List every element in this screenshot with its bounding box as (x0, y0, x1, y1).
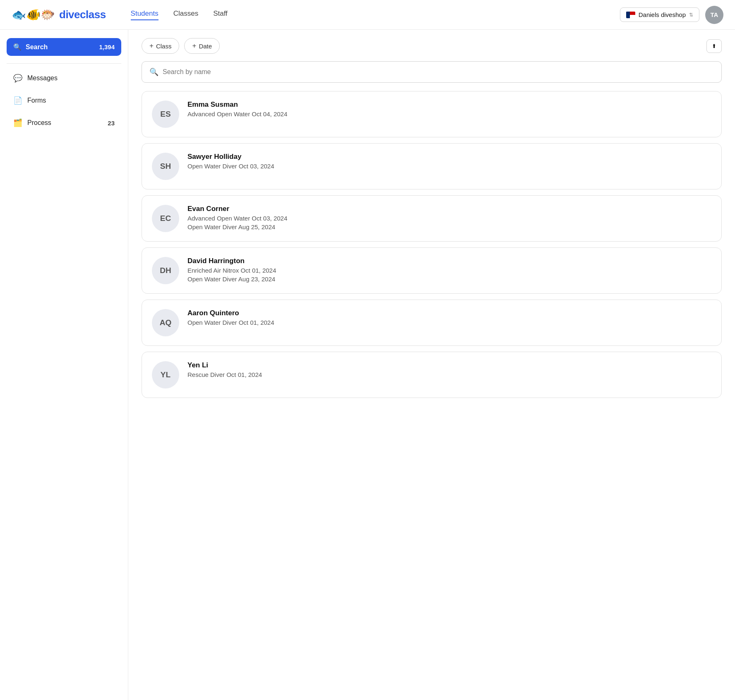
content: 🔍 Search 1,394 💬 Messages 📄 Forms 🗂️ Pro… (0, 30, 735, 700)
sidebar-item-messages[interactable]: 💬 Messages (7, 68, 121, 89)
process-icon: 🗂️ (13, 118, 22, 127)
search-input[interactable] (163, 68, 714, 76)
logo-text: diveclass (59, 8, 106, 21)
app: 🐟🐠🐡 diveclass Students Classes Staff Dan… (0, 0, 735, 700)
sort-button[interactable]: ⬆ (706, 39, 722, 53)
student-info: Aaron QuinteroOpen Water Diver Oct 01, 2… (187, 309, 274, 326)
search-bar-icon: 🔍 (149, 67, 159, 77)
date-plus-icon: + (192, 42, 196, 50)
search-icon: 🔍 (13, 43, 22, 51)
student-class: Advanced Open Water Oct 03, 2024 (187, 215, 287, 222)
diveshop-flag (626, 12, 635, 18)
sidebar-divider (7, 63, 121, 64)
search-bar: 🔍 (142, 61, 722, 83)
sidebar: 🔍 Search 1,394 💬 Messages 📄 Forms 🗂️ Pro… (0, 30, 128, 700)
diveshop-name: Daniels diveshop (639, 11, 686, 18)
student-name: Yen Li (187, 361, 262, 369)
student-name: Emma Susman (187, 101, 287, 109)
student-name: Sawyer Holliday (187, 153, 274, 161)
student-card[interactable]: ECEvan CornerAdvanced Open Water Oct 03,… (142, 195, 722, 242)
student-info: Sawyer HollidayOpen Water Diver Oct 03, … (187, 153, 274, 170)
class-filter-label: Class (156, 43, 172, 50)
nav-classes[interactable]: Classes (173, 10, 198, 20)
nav-students[interactable]: Students (131, 10, 159, 20)
date-filter-button[interactable]: + Date (184, 38, 220, 54)
sidebar-process-badge: 23 (108, 120, 115, 127)
sidebar-item-forms[interactable]: 📄 Forms (7, 90, 121, 111)
sidebar-messages-label: Messages (27, 74, 115, 82)
sidebar-forms-label: Forms (27, 97, 115, 104)
student-class: Open Water Diver Oct 03, 2024 (187, 163, 274, 170)
student-avatar: ES (152, 101, 179, 128)
student-info: David HarringtonEnriched Air Nitrox Oct … (187, 257, 276, 283)
student-avatar: DH (152, 257, 179, 284)
sort-icon: ⬆ (712, 43, 716, 49)
main-content: + Class + Date ⬆ 🔍 ESEmma SusmanAdvanced… (128, 30, 735, 700)
student-card[interactable]: ESEmma SusmanAdvanced Open Water Oct 04,… (142, 91, 722, 137)
diveshop-selector[interactable]: Daniels diveshop ⇅ (620, 7, 699, 22)
student-avatar: YL (152, 361, 179, 388)
class-plus-icon: + (149, 42, 154, 50)
sidebar-search-label: Search (26, 43, 95, 51)
student-card[interactable]: DHDavid HarringtonEnriched Air Nitrox Oc… (142, 247, 722, 294)
sidebar-search-count: 1,394 (99, 43, 115, 50)
student-avatar: EC (152, 205, 179, 232)
sidebar-item-process[interactable]: 🗂️ Process 23 (7, 113, 121, 133)
student-class: Open Water Diver Oct 01, 2024 (187, 319, 274, 326)
student-info: Evan CornerAdvanced Open Water Oct 03, 2… (187, 205, 287, 230)
date-filter-label: Date (199, 43, 212, 50)
logo: 🐟🐠🐡 diveclass (12, 8, 106, 22)
nav-staff[interactable]: Staff (213, 10, 228, 20)
topbar: 🐟🐠🐡 diveclass Students Classes Staff Dan… (0, 0, 735, 30)
student-avatar: AQ (152, 309, 179, 336)
student-class: Enriched Air Nitrox Oct 01, 2024 (187, 267, 276, 274)
messages-icon: 💬 (13, 74, 22, 83)
student-class: Advanced Open Water Oct 04, 2024 (187, 110, 287, 117)
student-name: David Harrington (187, 257, 276, 265)
student-avatar: SH (152, 153, 179, 180)
student-card[interactable]: AQAaron QuinteroOpen Water Diver Oct 01,… (142, 300, 722, 346)
student-name: Evan Corner (187, 205, 287, 213)
student-list: ESEmma SusmanAdvanced Open Water Oct 04,… (142, 91, 722, 692)
sidebar-search[interactable]: 🔍 Search 1,394 (7, 38, 121, 56)
student-info: Yen LiRescue Diver Oct 01, 2024 (187, 361, 262, 378)
main-nav: Students Classes Staff (131, 10, 228, 20)
filter-row: + Class + Date ⬆ (142, 38, 722, 54)
diveshop-chevron-icon: ⇅ (689, 12, 693, 18)
logo-icon: 🐟🐠🐡 (12, 8, 55, 22)
forms-icon: 📄 (13, 96, 22, 105)
student-class: Open Water Diver Aug 23, 2024 (187, 276, 276, 283)
student-name: Aaron Quintero (187, 309, 274, 317)
student-card[interactable]: YLYen LiRescue Diver Oct 01, 2024 (142, 352, 722, 398)
user-avatar[interactable]: TA (705, 6, 723, 24)
sidebar-process-label: Process (27, 119, 103, 127)
student-card[interactable]: SHSawyer HollidayOpen Water Diver Oct 03… (142, 143, 722, 189)
student-class: Open Water Diver Aug 25, 2024 (187, 223, 287, 230)
student-info: Emma SusmanAdvanced Open Water Oct 04, 2… (187, 101, 287, 117)
student-class: Rescue Diver Oct 01, 2024 (187, 371, 262, 378)
topbar-right: Daniels diveshop ⇅ TA (620, 6, 723, 24)
class-filter-button[interactable]: + Class (142, 38, 179, 54)
